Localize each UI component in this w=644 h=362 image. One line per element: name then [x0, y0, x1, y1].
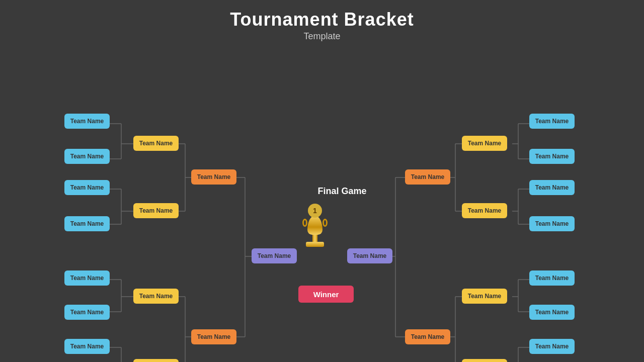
team-r2-4[interactable]: Team Name — [462, 359, 507, 362]
team-r2-3[interactable]: Team Name — [462, 289, 507, 304]
team-l2-4[interactable]: Team Name — [133, 359, 179, 362]
team-l1-2[interactable]: Team Name — [64, 149, 110, 164]
page-title: Tournament Bracket — [0, 9, 644, 30]
team-l1-5[interactable]: Team Name — [64, 270, 110, 286]
team-l1-4[interactable]: Team Name — [64, 216, 110, 231]
team-r3-2[interactable]: Team Name — [405, 329, 450, 344]
team-l2-2[interactable]: Team Name — [133, 203, 179, 218]
team-r1-6[interactable]: Team Name — [529, 305, 575, 320]
team-r1-2[interactable]: Team Name — [529, 149, 575, 164]
team-r3-1[interactable]: Team Name — [405, 169, 450, 185]
team-l3-1[interactable]: Team Name — [191, 169, 236, 185]
team-l1-7[interactable]: Team Name — [64, 339, 110, 354]
team-l1-1[interactable]: Team Name — [64, 114, 110, 129]
team-left-final[interactable]: Team Name — [252, 248, 297, 263]
trophy-base — [306, 242, 324, 247]
team-l2-1[interactable]: Team Name — [133, 136, 179, 151]
team-r1-5[interactable]: Team Name — [529, 270, 575, 286]
team-l1-3[interactable]: Team Name — [64, 180, 110, 195]
team-r1-1[interactable]: Team Name — [529, 114, 575, 129]
team-l3-2[interactable]: Team Name — [191, 329, 236, 344]
team-r1-3[interactable]: Team Name — [529, 180, 575, 195]
team-l1-6[interactable]: Team Name — [64, 305, 110, 320]
team-right-final[interactable]: Team Name — [347, 248, 392, 263]
team-r2-1[interactable]: Team Name — [462, 136, 507, 151]
trophy: 1 — [306, 204, 324, 247]
trophy-stem — [312, 235, 317, 242]
trophy-number: 1 — [308, 204, 322, 218]
trophy-body — [307, 216, 323, 235]
team-l2-3[interactable]: Team Name — [133, 289, 179, 304]
trophy-handles — [302, 219, 328, 227]
bracket-container: Team Name Team Name Team Name Team Name … — [0, 50, 644, 362]
team-r1-4[interactable]: Team Name — [529, 216, 575, 231]
winner-box[interactable]: Winner — [298, 286, 354, 303]
team-r1-7[interactable]: Team Name — [529, 339, 575, 354]
page-subtitle: Template — [0, 31, 644, 42]
final-game-label: Final Game — [292, 186, 392, 197]
team-r2-2[interactable]: Team Name — [462, 203, 507, 218]
